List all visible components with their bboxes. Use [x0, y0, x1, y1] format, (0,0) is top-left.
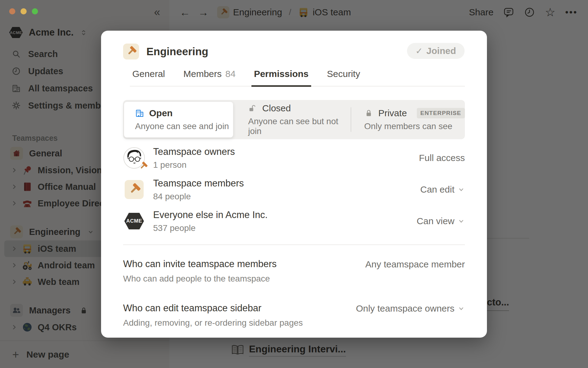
setting-subtitle: Adding, removing, or re-ordering sidebar…: [123, 318, 303, 328]
setting-title: Who can edit teamspace sidebar: [123, 303, 303, 314]
setting-row-invite: Who can invite teamspace members Who can…: [123, 259, 465, 284]
access-rows: Teamspace owners 1 person Full access Te…: [123, 147, 465, 232]
modal-title: Engineering: [146, 45, 208, 58]
access-level-value: Can view: [417, 216, 454, 226]
visibility-option-open[interactable]: Open Anyone can see and join: [124, 102, 233, 138]
chevron-down-icon: [458, 186, 465, 193]
minimize-window-button[interactable]: [21, 8, 27, 14]
setting-value-dropdown-edit-sidebar[interactable]: Only teamspace owners: [356, 303, 465, 314]
option-subtitle: Only members can see: [364, 121, 465, 131]
setting-value: Only teamspace owners: [356, 303, 454, 314]
access-level-dropdown-members[interactable]: Can edit: [420, 184, 465, 195]
chevron-down-icon: [458, 305, 465, 312]
tab-label: Permissions: [254, 69, 308, 79]
hammer-icon: [125, 180, 144, 199]
tab-label: Security: [327, 69, 360, 80]
visibility-option-private[interactable]: Private ENTERPRISE Only members can see: [351, 100, 465, 139]
setting-subtitle: Who can add people to the teamspace: [123, 274, 277, 284]
unlock-icon: [248, 104, 257, 113]
visibility-option-closed[interactable]: Closed Anyone can see but not join: [233, 100, 351, 139]
option-subtitle: Anyone can see but not join: [248, 117, 351, 136]
lock-icon: [364, 109, 373, 118]
visibility-segmented-control: Open Anyone can see and join Closed Anyo…: [123, 100, 465, 139]
option-subtitle: Anyone can see and join: [135, 121, 233, 131]
joined-button[interactable]: ✓ Joined: [407, 43, 465, 59]
enterprise-badge: ENTERPRISE: [417, 108, 465, 118]
access-row-everyone: ACME Everyone else in Acme Inc. 537 peop…: [123, 210, 465, 232]
access-row-title: Teamspace owners: [153, 146, 235, 157]
teamspace-settings-modal: Engineering ✓ Joined General Members84 P…: [101, 31, 487, 338]
access-level-dropdown-everyone[interactable]: Can view: [417, 216, 465, 226]
access-level-value: Can edit: [420, 184, 454, 195]
option-title: Private: [378, 108, 407, 118]
acme-logo: ACME: [124, 213, 144, 229]
tab-permissions[interactable]: Permissions: [251, 69, 311, 87]
access-row-title: Teamspace members: [153, 178, 244, 189]
access-level-owners: Full access: [419, 153, 465, 163]
access-row-title: Everyone else in Acme Inc.: [153, 209, 268, 220]
access-row-subtitle: 84 people: [153, 192, 244, 201]
option-title: Closed: [262, 103, 291, 113]
setting-title: Who can invite teamspace members: [123, 259, 277, 270]
tab-label: General: [132, 69, 165, 80]
access-row-owners: Teamspace owners 1 person Full access: [123, 147, 465, 169]
modal-tabs: General Members84 Permissions Security: [130, 69, 465, 86]
access-row-subtitle: 1 person: [153, 160, 235, 170]
setting-value: Any teamspace member: [365, 259, 465, 270]
tab-security[interactable]: Security: [325, 69, 363, 86]
setting-value-invite[interactable]: Any teamspace member: [365, 259, 465, 270]
building-icon: [135, 109, 144, 118]
check-icon: ✓: [416, 46, 423, 56]
chevron-down-icon: [458, 217, 465, 225]
window-controls: [9, 8, 38, 14]
zoom-window-button[interactable]: [32, 8, 38, 14]
hammer-icon: [138, 162, 148, 171]
joined-label: Joined: [426, 46, 456, 56]
divider: [123, 244, 465, 245]
tab-general[interactable]: General: [130, 69, 168, 86]
tab-members[interactable]: Members84: [181, 69, 238, 86]
setting-row-edit-sidebar: Who can edit teamspace sidebar Adding, r…: [123, 303, 465, 328]
access-row-members: Teamspace members 84 people Can edit: [123, 178, 465, 201]
modal-header: Engineering ✓ Joined: [123, 44, 465, 59]
setting-rows: Who can invite teamspace members Who can…: [123, 259, 465, 328]
tab-count: 84: [225, 69, 236, 80]
tab-label: Members: [183, 69, 222, 80]
option-title: Open: [149, 108, 173, 118]
access-row-subtitle: 537 people: [153, 223, 268, 233]
avatar: [123, 147, 145, 169]
hammer-icon: [123, 44, 139, 59]
access-level-value: Full access: [419, 153, 465, 163]
close-window-button[interactable]: [9, 8, 15, 14]
